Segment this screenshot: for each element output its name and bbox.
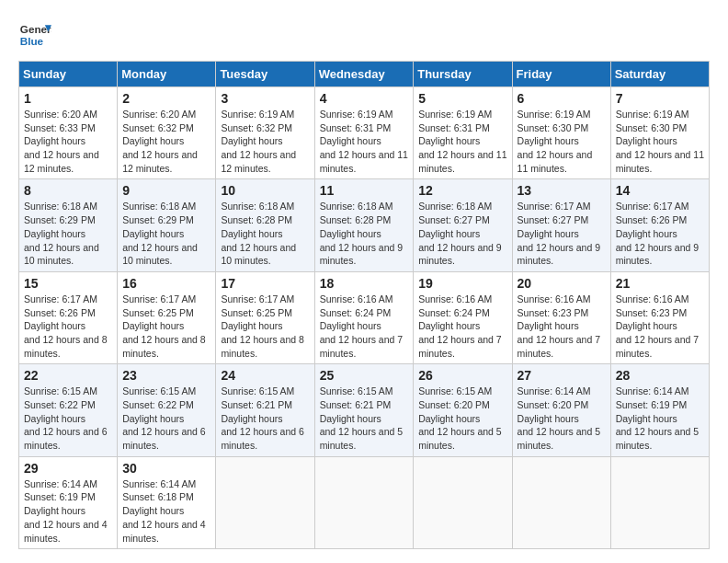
day-info: Sunrise: 6:19 AMSunset: 6:31 PMDaylight … — [320, 109, 408, 174]
calendar-cell — [414, 456, 512, 548]
calendar-cell: 28 Sunrise: 6:14 AMSunset: 6:19 PMDaylig… — [610, 364, 709, 456]
day-info: Sunrise: 6:15 AMSunset: 6:22 PMDaylight … — [24, 385, 108, 451]
calendar-cell: 4 Sunrise: 6:19 AMSunset: 6:31 PMDayligh… — [314, 87, 414, 179]
calendar-cell: 21 Sunrise: 6:16 AMSunset: 6:23 PMDaylig… — [610, 271, 709, 363]
calendar-cell: 23 Sunrise: 6:15 AMSunset: 6:22 PMDaylig… — [118, 364, 216, 456]
svg-text:Blue: Blue — [20, 35, 44, 47]
day-number: 10 — [221, 183, 309, 198]
calendar-cell: 14 Sunrise: 6:17 AMSunset: 6:26 PMDaylig… — [610, 179, 709, 271]
day-number: 26 — [418, 368, 506, 383]
day-number: 8 — [24, 183, 112, 198]
day-number: 3 — [221, 91, 309, 106]
day-number: 11 — [320, 183, 409, 198]
day-header: Tuesday — [216, 62, 314, 87]
calendar-cell: 17 Sunrise: 6:17 AMSunset: 6:25 PMDaylig… — [216, 271, 314, 363]
day-number: 22 — [24, 368, 112, 383]
calendar-cell: 1 Sunrise: 6:20 AMSunset: 6:33 PMDayligh… — [19, 87, 118, 179]
day-info: Sunrise: 6:18 AMSunset: 6:29 PMDaylight … — [24, 201, 99, 266]
day-info: Sunrise: 6:16 AMSunset: 6:24 PMDaylight … — [418, 293, 502, 359]
logo-icon: General Blue — [18, 18, 51, 52]
day-info: Sunrise: 6:14 AMSunset: 6:18 PMDaylight … — [122, 478, 206, 544]
calendar-cell: 11 Sunrise: 6:18 AMSunset: 6:28 PMDaylig… — [314, 179, 414, 271]
day-info: Sunrise: 6:14 AMSunset: 6:19 PMDaylight … — [24, 478, 108, 544]
day-header: Sunday — [19, 62, 118, 87]
day-header: Saturday — [610, 62, 709, 87]
day-header: Monday — [118, 62, 216, 87]
day-info: Sunrise: 6:16 AMSunset: 6:23 PMDaylight … — [616, 293, 700, 359]
day-number: 23 — [122, 368, 210, 383]
calendar-cell: 20 Sunrise: 6:16 AMSunset: 6:23 PMDaylig… — [512, 271, 610, 363]
day-number: 5 — [418, 91, 506, 106]
calendar-cell: 18 Sunrise: 6:16 AMSunset: 6:24 PMDaylig… — [314, 271, 414, 363]
day-header: Friday — [512, 62, 610, 87]
calendar-cell: 8 Sunrise: 6:18 AMSunset: 6:29 PMDayligh… — [19, 179, 118, 271]
day-info: Sunrise: 6:14 AMSunset: 6:19 PMDaylight … — [616, 385, 700, 451]
day-number: 27 — [518, 368, 606, 383]
day-info: Sunrise: 6:19 AMSunset: 6:30 PMDaylight … — [518, 109, 593, 174]
day-info: Sunrise: 6:20 AMSunset: 6:32 PMDaylight … — [122, 109, 198, 174]
day-header: Wednesday — [314, 62, 414, 87]
day-number: 6 — [518, 91, 606, 106]
calendar-cell: 3 Sunrise: 6:19 AMSunset: 6:32 PMDayligh… — [216, 87, 314, 179]
day-number: 4 — [320, 91, 409, 106]
calendar-cell: 22 Sunrise: 6:15 AMSunset: 6:22 PMDaylig… — [19, 364, 118, 456]
svg-text:General: General — [20, 23, 51, 35]
day-number: 14 — [616, 183, 704, 198]
day-number: 24 — [221, 368, 309, 383]
day-header: Thursday — [414, 62, 512, 87]
day-number: 13 — [518, 183, 606, 198]
calendar-cell: 25 Sunrise: 6:15 AMSunset: 6:21 PMDaylig… — [314, 364, 414, 456]
day-info: Sunrise: 6:18 AMSunset: 6:28 PMDaylight … — [320, 201, 404, 266]
day-info: Sunrise: 6:15 AMSunset: 6:21 PMDaylight … — [221, 385, 304, 451]
day-number: 7 — [616, 91, 704, 106]
calendar-cell: 26 Sunrise: 6:15 AMSunset: 6:20 PMDaylig… — [414, 364, 512, 456]
calendar-cell: 15 Sunrise: 6:17 AMSunset: 6:26 PMDaylig… — [19, 271, 118, 363]
calendar-cell: 30 Sunrise: 6:14 AMSunset: 6:18 PMDaylig… — [118, 456, 216, 548]
day-info: Sunrise: 6:18 AMSunset: 6:28 PMDaylight … — [221, 201, 296, 266]
day-number: 21 — [616, 276, 704, 291]
day-number: 12 — [418, 183, 506, 198]
day-info: Sunrise: 6:18 AMSunset: 6:27 PMDaylight … — [418, 201, 502, 266]
calendar-cell: 7 Sunrise: 6:19 AMSunset: 6:30 PMDayligh… — [610, 87, 709, 179]
calendar-cell: 2 Sunrise: 6:20 AMSunset: 6:32 PMDayligh… — [118, 87, 216, 179]
day-number: 28 — [616, 368, 704, 383]
day-number: 17 — [221, 276, 309, 291]
day-info: Sunrise: 6:20 AMSunset: 6:33 PMDaylight … — [24, 109, 99, 174]
calendar-cell — [314, 456, 414, 548]
day-number: 9 — [122, 183, 210, 198]
calendar-cell — [610, 456, 709, 548]
day-number: 29 — [24, 461, 112, 476]
day-number: 15 — [24, 276, 112, 291]
day-number: 2 — [122, 91, 210, 106]
day-info: Sunrise: 6:17 AMSunset: 6:27 PMDaylight … — [518, 201, 601, 266]
day-number: 30 — [122, 461, 210, 476]
calendar-cell: 29 Sunrise: 6:14 AMSunset: 6:19 PMDaylig… — [19, 456, 118, 548]
day-number: 1 — [24, 91, 112, 106]
day-number: 25 — [320, 368, 409, 383]
day-info: Sunrise: 6:17 AMSunset: 6:26 PMDaylight … — [24, 293, 108, 359]
day-info: Sunrise: 6:14 AMSunset: 6:20 PMDaylight … — [518, 385, 601, 451]
day-info: Sunrise: 6:16 AMSunset: 6:24 PMDaylight … — [320, 293, 404, 359]
calendar-cell: 27 Sunrise: 6:14 AMSunset: 6:20 PMDaylig… — [512, 364, 610, 456]
day-info: Sunrise: 6:16 AMSunset: 6:23 PMDaylight … — [518, 293, 601, 359]
day-info: Sunrise: 6:19 AMSunset: 6:30 PMDaylight … — [616, 109, 704, 174]
calendar: SundayMondayTuesdayWednesdayThursdayFrid… — [18, 61, 710, 549]
day-number: 20 — [518, 276, 606, 291]
day-number: 19 — [418, 276, 506, 291]
day-info: Sunrise: 6:17 AMSunset: 6:26 PMDaylight … — [616, 201, 700, 266]
calendar-cell: 6 Sunrise: 6:19 AMSunset: 6:30 PMDayligh… — [512, 87, 610, 179]
calendar-cell: 12 Sunrise: 6:18 AMSunset: 6:27 PMDaylig… — [414, 179, 512, 271]
calendar-cell: 10 Sunrise: 6:18 AMSunset: 6:28 PMDaylig… — [216, 179, 314, 271]
calendar-cell: 16 Sunrise: 6:17 AMSunset: 6:25 PMDaylig… — [118, 271, 216, 363]
day-info: Sunrise: 6:15 AMSunset: 6:21 PMDaylight … — [320, 385, 404, 451]
day-info: Sunrise: 6:19 AMSunset: 6:32 PMDaylight … — [221, 109, 296, 174]
calendar-cell: 19 Sunrise: 6:16 AMSunset: 6:24 PMDaylig… — [414, 271, 512, 363]
calendar-cell: 5 Sunrise: 6:19 AMSunset: 6:31 PMDayligh… — [414, 87, 512, 179]
day-number: 16 — [122, 276, 210, 291]
calendar-cell — [216, 456, 314, 548]
calendar-cell: 9 Sunrise: 6:18 AMSunset: 6:29 PMDayligh… — [118, 179, 216, 271]
calendar-cell: 13 Sunrise: 6:17 AMSunset: 6:27 PMDaylig… — [512, 179, 610, 271]
calendar-cell: 24 Sunrise: 6:15 AMSunset: 6:21 PMDaylig… — [216, 364, 314, 456]
logo: General Blue — [18, 18, 51, 52]
day-info: Sunrise: 6:17 AMSunset: 6:25 PMDaylight … — [122, 293, 206, 359]
